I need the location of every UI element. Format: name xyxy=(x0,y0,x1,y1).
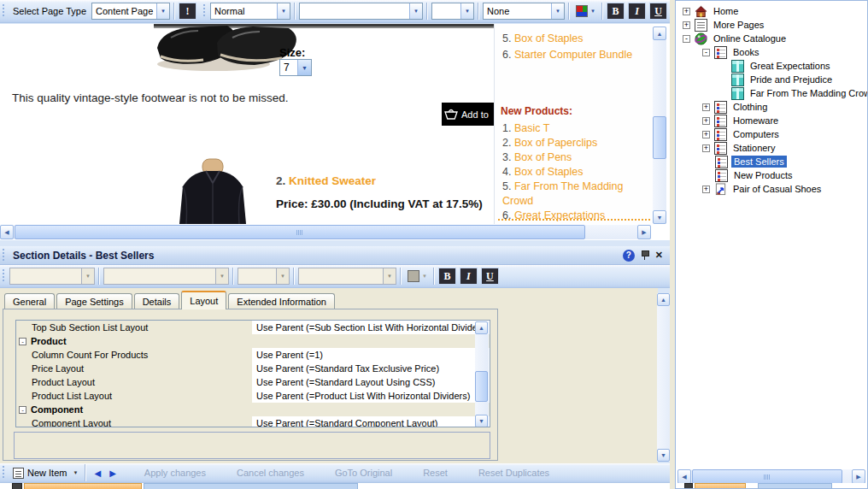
reset-duplicates-button[interactable]: Reset Duplicates xyxy=(478,468,549,478)
italic-button[interactable]: I xyxy=(628,3,646,20)
chevron-down-icon[interactable]: ▼ xyxy=(297,60,311,75)
tree-item-new-products[interactable]: New Products xyxy=(676,168,867,182)
collapse-icon[interactable]: - xyxy=(19,338,26,345)
tree-item-clothing[interactable]: + Clothing xyxy=(676,100,867,114)
scroll-down-icon[interactable]: ▼ xyxy=(657,449,670,462)
tree-item-far-from-the-madding-crowd[interactable]: Far From The Madding Crow xyxy=(676,86,867,100)
bold-button[interactable]: B xyxy=(607,3,625,20)
size-select[interactable]: 7 ▼ xyxy=(279,59,312,76)
chevron-down-icon[interactable]: ▼ xyxy=(409,3,422,19)
tab-general[interactable]: General xyxy=(4,293,55,309)
chevron-down-icon[interactable]: ▼ xyxy=(460,3,473,19)
scroll-thumb[interactable] xyxy=(653,116,666,159)
scroll-left-icon[interactable]: ◀ xyxy=(677,469,691,484)
product-link[interactable]: Far From The Madding Crowd xyxy=(502,180,624,207)
tree-item-more-pages[interactable]: + More Pages xyxy=(676,18,867,32)
product-link[interactable]: Basic T xyxy=(514,122,549,134)
docked-tab[interactable] xyxy=(144,483,358,489)
docked-tab-icon[interactable] xyxy=(684,483,693,489)
next-item-button[interactable]: ▶ xyxy=(105,468,120,478)
property-value[interactable]: Use Parent (=Standard Tax Exclusive Pric… xyxy=(252,362,490,375)
expand-icon[interactable]: + xyxy=(683,21,690,29)
scroll-up-icon[interactable]: ▲ xyxy=(653,27,666,40)
scroll-left-icon[interactable]: ◀ xyxy=(0,225,14,239)
expand-icon[interactable]: + xyxy=(683,8,690,15)
panel-grip[interactable] xyxy=(3,248,6,263)
collapse-icon[interactable]: - xyxy=(702,49,710,56)
property-value[interactable]: Use Parent (=Standard Layout Using CSS) xyxy=(252,375,490,389)
cancel-changes-button[interactable]: Cancel changes xyxy=(237,468,304,478)
font-family-select[interactable]: ▼ xyxy=(299,3,423,20)
previous-item-button[interactable]: ◀ xyxy=(90,468,105,478)
class-select-disabled[interactable]: ▼ xyxy=(298,268,396,285)
toolbar-grip[interactable] xyxy=(203,3,207,19)
paragraph-style-select[interactable]: Normal ▼ xyxy=(210,3,290,20)
font-select-disabled[interactable]: ▼ xyxy=(103,268,229,285)
tree-item-books[interactable]: - Books xyxy=(676,45,867,59)
toolbar-grip[interactable] xyxy=(3,465,6,480)
scroll-up-icon[interactable]: ▲ xyxy=(657,293,670,306)
docked-tab-active[interactable] xyxy=(695,483,746,489)
tree-item-pride-and-prejudice[interactable]: Pride and Prejudice xyxy=(676,73,867,86)
tree-item-pair-of-casual-shoes[interactable]: + Pair of Casual Shoes xyxy=(676,182,867,196)
expand-icon[interactable]: + xyxy=(702,103,710,111)
underline-button[interactable]: U xyxy=(649,3,667,20)
docked-tab-icon[interactable] xyxy=(12,483,22,489)
pin-icon[interactable] xyxy=(641,250,649,261)
underline-button[interactable]: U xyxy=(481,268,499,285)
product-link[interactable]: Box of Staples xyxy=(514,166,584,178)
scroll-down-icon[interactable]: ▼ xyxy=(653,210,666,224)
scroll-thumb[interactable] xyxy=(692,469,842,484)
scroll-thumb[interactable] xyxy=(475,371,488,402)
bold-button[interactable]: B xyxy=(438,268,456,285)
help-icon[interactable]: ? xyxy=(623,250,635,262)
preview-horizontal-scrollbar[interactable]: ◀ ▶ xyxy=(0,225,651,239)
toolbar-grip[interactable] xyxy=(3,268,6,284)
property-value[interactable]: Use Parent (=Sub Section List With Horiz… xyxy=(252,321,490,334)
tree-item-homeware[interactable]: + Homeware xyxy=(676,114,867,127)
docked-tab-active[interactable] xyxy=(24,483,142,489)
tab-layout[interactable]: Layout xyxy=(181,291,226,309)
collapse-icon[interactable]: - xyxy=(19,406,26,414)
page-type-select[interactable]: Content Page ▼ xyxy=(91,3,170,20)
font-color-button[interactable]: ▼ xyxy=(573,3,598,20)
close-icon[interactable]: ✕ xyxy=(655,250,663,261)
italic-button[interactable]: I xyxy=(460,268,478,285)
style-select-disabled[interactable]: ▼ xyxy=(9,268,95,285)
chevron-down-icon[interactable]: ▼ xyxy=(551,3,564,19)
tree-item-home[interactable]: + Home xyxy=(676,4,867,18)
property-value[interactable]: Use Parent (=1) xyxy=(252,348,490,362)
property-value[interactable]: Use Parent (=Product List With Horizonta… xyxy=(252,389,490,403)
product-link[interactable]: Starter Computer Bundle xyxy=(514,49,632,61)
tab-details[interactable]: Details xyxy=(134,293,180,309)
chevron-down-icon[interactable]: ▼ xyxy=(277,3,290,19)
font-size-select[interactable]: ▼ xyxy=(431,3,474,20)
tree-item-online-catalogue[interactable]: - Online Catalogue xyxy=(676,32,867,45)
tab-page-settings[interactable]: Page Settings xyxy=(56,293,132,309)
collapse-icon[interactable]: - xyxy=(683,35,690,43)
product-link[interactable]: Box of Staples xyxy=(514,32,584,44)
tab-extended-information[interactable]: Extended Information xyxy=(228,293,335,309)
scroll-thumb[interactable] xyxy=(15,225,585,239)
reset-button[interactable]: Reset xyxy=(423,468,448,478)
product-link[interactable]: Box of Pens xyxy=(514,151,572,163)
tree-item-stationery[interactable]: + Stationery xyxy=(676,141,867,155)
scroll-right-icon[interactable]: ▶ xyxy=(637,225,651,239)
chevron-down-icon[interactable]: ▼ xyxy=(156,3,169,19)
docked-tab[interactable] xyxy=(758,483,832,489)
grid-vertical-scrollbar[interactable]: ▲ ▼ xyxy=(475,321,489,427)
tree-item-great-expectations[interactable]: Great Expectations xyxy=(676,59,867,73)
tree-item-computers[interactable]: + Computers xyxy=(676,127,867,141)
preview-vertical-scrollbar[interactable]: ▲ ▼ xyxy=(653,27,666,224)
expand-icon[interactable]: + xyxy=(702,117,710,125)
size-select-disabled[interactable]: ▼ xyxy=(238,268,290,285)
new-item-button[interactable]: New Item ▼ xyxy=(9,464,81,481)
apply-changes-button[interactable]: Apply changes xyxy=(144,468,206,478)
tree-horizontal-scrollbar[interactable]: ◀ ▶ xyxy=(677,469,865,484)
scroll-down-icon[interactable]: ▼ xyxy=(475,415,488,427)
property-value[interactable]: Use Parent (=Standard Component Layout) xyxy=(252,416,490,427)
scroll-up-icon[interactable]: ▲ xyxy=(475,321,488,334)
add-to-basket-button[interactable]: Add to xyxy=(442,103,494,126)
toolbar-grip[interactable] xyxy=(3,3,6,19)
expand-icon[interactable]: + xyxy=(702,186,710,193)
